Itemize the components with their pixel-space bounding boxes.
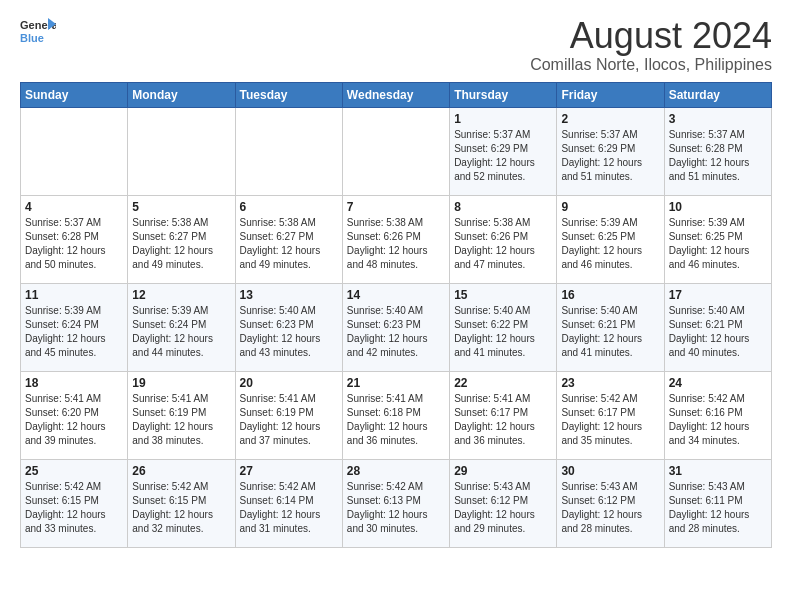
day-info: Sunrise: 5:42 AM Sunset: 6:16 PM Dayligh… [669, 392, 767, 448]
header-cell-thursday: Thursday [450, 82, 557, 107]
calendar-cell: 6Sunrise: 5:38 AM Sunset: 6:27 PM Daylig… [235, 195, 342, 283]
calendar-cell: 20Sunrise: 5:41 AM Sunset: 6:19 PM Dayli… [235, 371, 342, 459]
month-title: August 2024 [530, 16, 772, 56]
day-info: Sunrise: 5:42 AM Sunset: 6:15 PM Dayligh… [25, 480, 123, 536]
day-info: Sunrise: 5:41 AM Sunset: 6:19 PM Dayligh… [240, 392, 338, 448]
calendar-cell: 1Sunrise: 5:37 AM Sunset: 6:29 PM Daylig… [450, 107, 557, 195]
calendar-cell: 23Sunrise: 5:42 AM Sunset: 6:17 PM Dayli… [557, 371, 664, 459]
calendar-cell: 29Sunrise: 5:43 AM Sunset: 6:12 PM Dayli… [450, 459, 557, 547]
day-number: 13 [240, 288, 338, 302]
day-info: Sunrise: 5:40 AM Sunset: 6:21 PM Dayligh… [669, 304, 767, 360]
header-cell-monday: Monday [128, 82, 235, 107]
day-info: Sunrise: 5:43 AM Sunset: 6:12 PM Dayligh… [454, 480, 552, 536]
calendar-cell: 10Sunrise: 5:39 AM Sunset: 6:25 PM Dayli… [664, 195, 771, 283]
day-number: 17 [669, 288, 767, 302]
location-subtitle: Comillas Norte, Ilocos, Philippines [530, 56, 772, 74]
day-number: 23 [561, 376, 659, 390]
calendar-cell: 19Sunrise: 5:41 AM Sunset: 6:19 PM Dayli… [128, 371, 235, 459]
calendar-cell: 31Sunrise: 5:43 AM Sunset: 6:11 PM Dayli… [664, 459, 771, 547]
day-number: 3 [669, 112, 767, 126]
calendar-cell: 27Sunrise: 5:42 AM Sunset: 6:14 PM Dayli… [235, 459, 342, 547]
day-info: Sunrise: 5:41 AM Sunset: 6:18 PM Dayligh… [347, 392, 445, 448]
day-number: 25 [25, 464, 123, 478]
day-number: 9 [561, 200, 659, 214]
calendar-cell [342, 107, 449, 195]
day-info: Sunrise: 5:38 AM Sunset: 6:27 PM Dayligh… [132, 216, 230, 272]
day-info: Sunrise: 5:43 AM Sunset: 6:11 PM Dayligh… [669, 480, 767, 536]
calendar-cell: 18Sunrise: 5:41 AM Sunset: 6:20 PM Dayli… [21, 371, 128, 459]
calendar-cell: 26Sunrise: 5:42 AM Sunset: 6:15 PM Dayli… [128, 459, 235, 547]
day-info: Sunrise: 5:39 AM Sunset: 6:25 PM Dayligh… [561, 216, 659, 272]
calendar-cell: 15Sunrise: 5:40 AM Sunset: 6:22 PM Dayli… [450, 283, 557, 371]
day-number: 29 [454, 464, 552, 478]
day-number: 18 [25, 376, 123, 390]
day-number: 27 [240, 464, 338, 478]
day-number: 2 [561, 112, 659, 126]
day-number: 16 [561, 288, 659, 302]
day-number: 8 [454, 200, 552, 214]
day-info: Sunrise: 5:41 AM Sunset: 6:20 PM Dayligh… [25, 392, 123, 448]
day-number: 21 [347, 376, 445, 390]
calendar-cell: 28Sunrise: 5:42 AM Sunset: 6:13 PM Dayli… [342, 459, 449, 547]
calendar-cell: 24Sunrise: 5:42 AM Sunset: 6:16 PM Dayli… [664, 371, 771, 459]
day-info: Sunrise: 5:37 AM Sunset: 6:29 PM Dayligh… [561, 128, 659, 184]
day-number: 31 [669, 464, 767, 478]
day-info: Sunrise: 5:41 AM Sunset: 6:19 PM Dayligh… [132, 392, 230, 448]
calendar-cell: 17Sunrise: 5:40 AM Sunset: 6:21 PM Dayli… [664, 283, 771, 371]
calendar-cell: 9Sunrise: 5:39 AM Sunset: 6:25 PM Daylig… [557, 195, 664, 283]
day-info: Sunrise: 5:40 AM Sunset: 6:23 PM Dayligh… [347, 304, 445, 360]
day-number: 30 [561, 464, 659, 478]
calendar-cell: 3Sunrise: 5:37 AM Sunset: 6:28 PM Daylig… [664, 107, 771, 195]
calendar-cell: 30Sunrise: 5:43 AM Sunset: 6:12 PM Dayli… [557, 459, 664, 547]
calendar-cell: 11Sunrise: 5:39 AM Sunset: 6:24 PM Dayli… [21, 283, 128, 371]
day-number: 4 [25, 200, 123, 214]
calendar-cell: 21Sunrise: 5:41 AM Sunset: 6:18 PM Dayli… [342, 371, 449, 459]
calendar-cell [128, 107, 235, 195]
day-info: Sunrise: 5:42 AM Sunset: 6:15 PM Dayligh… [132, 480, 230, 536]
calendar-cell [21, 107, 128, 195]
calendar-week-row: 25Sunrise: 5:42 AM Sunset: 6:15 PM Dayli… [21, 459, 772, 547]
calendar-cell: 5Sunrise: 5:38 AM Sunset: 6:27 PM Daylig… [128, 195, 235, 283]
day-info: Sunrise: 5:42 AM Sunset: 6:13 PM Dayligh… [347, 480, 445, 536]
calendar-cell: 8Sunrise: 5:38 AM Sunset: 6:26 PM Daylig… [450, 195, 557, 283]
day-info: Sunrise: 5:38 AM Sunset: 6:26 PM Dayligh… [347, 216, 445, 272]
day-info: Sunrise: 5:37 AM Sunset: 6:28 PM Dayligh… [669, 128, 767, 184]
calendar-cell: 12Sunrise: 5:39 AM Sunset: 6:24 PM Dayli… [128, 283, 235, 371]
day-info: Sunrise: 5:42 AM Sunset: 6:17 PM Dayligh… [561, 392, 659, 448]
day-number: 22 [454, 376, 552, 390]
day-info: Sunrise: 5:37 AM Sunset: 6:29 PM Dayligh… [454, 128, 552, 184]
day-number: 10 [669, 200, 767, 214]
day-number: 12 [132, 288, 230, 302]
day-info: Sunrise: 5:41 AM Sunset: 6:17 PM Dayligh… [454, 392, 552, 448]
logo-icon: General Blue [20, 16, 56, 46]
day-number: 20 [240, 376, 338, 390]
calendar-cell: 25Sunrise: 5:42 AM Sunset: 6:15 PM Dayli… [21, 459, 128, 547]
day-info: Sunrise: 5:39 AM Sunset: 6:25 PM Dayligh… [669, 216, 767, 272]
day-info: Sunrise: 5:40 AM Sunset: 6:22 PM Dayligh… [454, 304, 552, 360]
calendar-cell [235, 107, 342, 195]
day-number: 11 [25, 288, 123, 302]
header-cell-wednesday: Wednesday [342, 82, 449, 107]
calendar-table: SundayMondayTuesdayWednesdayThursdayFrid… [20, 82, 772, 548]
calendar-cell: 14Sunrise: 5:40 AM Sunset: 6:23 PM Dayli… [342, 283, 449, 371]
day-info: Sunrise: 5:38 AM Sunset: 6:26 PM Dayligh… [454, 216, 552, 272]
title-block: August 2024 Comillas Norte, Ilocos, Phil… [530, 16, 772, 74]
day-info: Sunrise: 5:40 AM Sunset: 6:23 PM Dayligh… [240, 304, 338, 360]
day-number: 5 [132, 200, 230, 214]
header-cell-friday: Friday [557, 82, 664, 107]
calendar-cell: 13Sunrise: 5:40 AM Sunset: 6:23 PM Dayli… [235, 283, 342, 371]
day-info: Sunrise: 5:39 AM Sunset: 6:24 PM Dayligh… [132, 304, 230, 360]
day-info: Sunrise: 5:39 AM Sunset: 6:24 PM Dayligh… [25, 304, 123, 360]
header-cell-tuesday: Tuesday [235, 82, 342, 107]
calendar-cell: 22Sunrise: 5:41 AM Sunset: 6:17 PM Dayli… [450, 371, 557, 459]
day-info: Sunrise: 5:37 AM Sunset: 6:28 PM Dayligh… [25, 216, 123, 272]
day-number: 7 [347, 200, 445, 214]
page-header: General Blue August 2024 Comillas Norte,… [20, 16, 772, 74]
calendar-week-row: 18Sunrise: 5:41 AM Sunset: 6:20 PM Dayli… [21, 371, 772, 459]
calendar-week-row: 11Sunrise: 5:39 AM Sunset: 6:24 PM Dayli… [21, 283, 772, 371]
calendar-week-row: 1Sunrise: 5:37 AM Sunset: 6:29 PM Daylig… [21, 107, 772, 195]
logo: General Blue [20, 16, 56, 46]
day-info: Sunrise: 5:43 AM Sunset: 6:12 PM Dayligh… [561, 480, 659, 536]
calendar-cell: 4Sunrise: 5:37 AM Sunset: 6:28 PM Daylig… [21, 195, 128, 283]
svg-text:Blue: Blue [20, 32, 44, 44]
